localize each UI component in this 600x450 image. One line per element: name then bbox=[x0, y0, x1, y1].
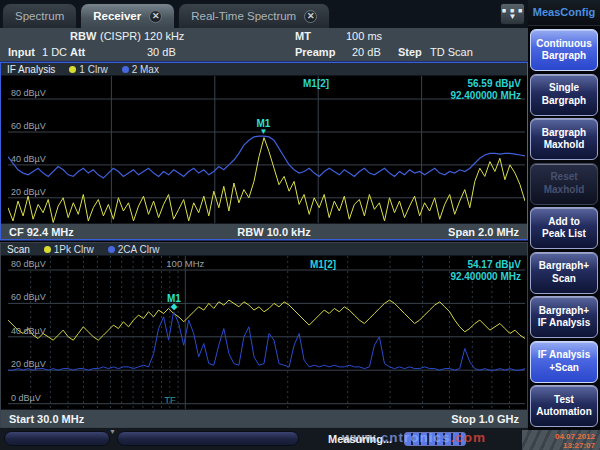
if-analysis-legend: 1 Clrw2 Max bbox=[69, 64, 159, 75]
step-label: Step bbox=[398, 46, 422, 58]
y-axis-tick-label: 40 dBµV bbox=[11, 326, 46, 336]
scan-title: Scan bbox=[7, 244, 30, 255]
marker-glyph-icon: ◆ bbox=[167, 304, 181, 310]
preamp-value[interactable]: 20 dB bbox=[352, 46, 381, 58]
softkey-bargraph-if-analysis[interactable]: Bargraph+IF Analysis bbox=[530, 296, 598, 338]
legend-label: 1Pk Clrw bbox=[54, 244, 94, 255]
start-frequency[interactable]: Start 30.0 MHz bbox=[9, 413, 139, 425]
status-segment-left[interactable] bbox=[4, 431, 110, 446]
input-value[interactable]: 1 DC bbox=[42, 46, 67, 58]
softkey-label: Single bbox=[549, 82, 579, 95]
softkey-test-automation[interactable]: TestAutomation bbox=[530, 385, 598, 427]
legend-item[interactable]: 2 Max bbox=[122, 64, 159, 75]
rbw-label: RBW bbox=[70, 30, 96, 42]
scan-window: Scan 1Pk Clrw2CA Clrw M1[2] 54.17 dBµV 9… bbox=[0, 242, 528, 428]
legend-item[interactable]: 1Pk Clrw bbox=[44, 244, 94, 255]
progress-bar bbox=[404, 432, 466, 446]
tab-spectrum[interactable]: Spectrum bbox=[2, 3, 77, 28]
if-analysis-plot[interactable]: M1[2] 56.59 dBµV 92.400000 MHz 80 dBµV60… bbox=[8, 76, 525, 225]
scan-plot[interactable]: M1[2] 54.17 dBµV 92.400000 MHz 80 dBµV60… bbox=[8, 256, 525, 410]
date-text: 04.07.2012 bbox=[522, 432, 595, 441]
if-analysis-window: IF Analysis 1 Clrw2 Max M1[2] 56.59 dBµV… bbox=[0, 62, 528, 240]
legend-label: 2CA Clrw bbox=[118, 244, 160, 255]
tab-label: Receiver bbox=[93, 10, 141, 22]
if-analysis-header: IF Analysis 1 Clrw2 Max bbox=[1, 63, 527, 76]
softkey-bargraph-scan[interactable]: Bargraph+Scan bbox=[530, 252, 598, 294]
marker-readout-level: 56.59 dBµV bbox=[467, 78, 521, 89]
status-segment-mid[interactable] bbox=[117, 431, 299, 446]
marker-readout-freq: 92.400000 MHz bbox=[450, 90, 521, 101]
close-icon[interactable]: ✕ bbox=[149, 10, 162, 23]
softkey-add-to-peak-list[interactable]: Add toPeak List bbox=[530, 207, 598, 249]
mt-value[interactable]: 100 ms bbox=[346, 30, 382, 42]
softkey-label: Maxhold bbox=[544, 184, 585, 197]
input-label: Input bbox=[8, 46, 35, 58]
y-axis-tick-label: 60 dBµV bbox=[11, 121, 46, 131]
softkey-label: IF Analysis bbox=[538, 317, 590, 330]
y-axis-tick-label: 20 dBµV bbox=[11, 187, 46, 197]
legend-label: 2 Max bbox=[132, 64, 159, 75]
y-axis-tick-label: 20 dBµV bbox=[11, 359, 46, 369]
legend-item[interactable]: 2CA Clrw bbox=[108, 244, 160, 255]
y-axis-tick-label: 0 dBµV bbox=[11, 393, 41, 403]
tab-receiver[interactable]: Receiver✕ bbox=[80, 3, 175, 28]
plot-annotation: TF bbox=[164, 394, 176, 405]
softkey-label: Automation bbox=[536, 406, 592, 419]
marker-readout-level: 54.17 dBµV bbox=[467, 259, 521, 270]
softkey-label: Continuous bbox=[536, 38, 592, 51]
trace-color-dot-icon bbox=[69, 66, 76, 73]
softkey-buttons: ContinuousBargraphSingleBargraphBargraph… bbox=[528, 26, 600, 430]
softkey-label: Scan bbox=[552, 273, 576, 286]
app-screen: SpectrumReceiver✕Real-Time Spectrum✕ ■ ■… bbox=[0, 0, 600, 450]
tabs-container: SpectrumReceiver✕Real-Time Spectrum✕ bbox=[2, 3, 333, 28]
tab-label: Spectrum bbox=[15, 10, 64, 22]
legend-label: 1 Clrw bbox=[79, 64, 107, 75]
softkey-label: Reset bbox=[550, 171, 577, 184]
legend-item[interactable]: 1 Clrw bbox=[69, 64, 107, 75]
status-divider-arrow: ▼ bbox=[109, 428, 116, 435]
att-label: Att bbox=[70, 46, 85, 58]
softkey-label: Bargraph bbox=[542, 50, 586, 63]
softkey-label: +Scan bbox=[549, 362, 579, 375]
step-value[interactable]: TD Scan bbox=[430, 46, 473, 58]
y-axis-tick-label: 80 dBµV bbox=[11, 88, 46, 98]
sidebar-title: MeasConfig bbox=[528, 0, 600, 26]
marker-glyph-icon: ▼ bbox=[256, 129, 270, 135]
rbw-value[interactable]: (CISPR) 120 kHz bbox=[100, 30, 184, 42]
softkey-single-bargraph[interactable]: SingleBargraph bbox=[530, 74, 598, 116]
softkey-sidebar: MeasConfig ContinuousBargraphSingleBargr… bbox=[528, 0, 600, 450]
y-axis-tick-label: 60 dBµV bbox=[11, 292, 46, 302]
scan-header: Scan 1Pk Clrw2CA Clrw bbox=[1, 243, 527, 256]
preamp-label: Preamp bbox=[295, 46, 335, 58]
if-analysis-title: IF Analysis bbox=[7, 64, 55, 75]
more-tabs-button[interactable]: ■ ■ ■ ▼ bbox=[500, 3, 525, 25]
softkey-label: IF Analysis bbox=[538, 349, 590, 362]
softkey-label: Bargraph+ bbox=[539, 260, 589, 273]
softkey-if-analysis-scan[interactable]: IF Analysis+Scan bbox=[530, 341, 598, 383]
softkey-label: Peak List bbox=[542, 228, 586, 241]
center-frequency[interactable]: CF 92.4 MHz bbox=[9, 226, 139, 238]
rbw-readout[interactable]: RBW 10.0 kHz bbox=[139, 226, 409, 238]
status-bar: ▼ Measuring... bbox=[0, 428, 528, 450]
softkey-label: Test bbox=[554, 394, 574, 407]
stop-frequency[interactable]: Stop 1.0 GHz bbox=[409, 413, 519, 425]
marker-readout-freq: 92.400000 MHz bbox=[450, 271, 521, 282]
trace-color-dot-icon bbox=[122, 66, 129, 73]
settings-header: RBW (CISPR) 120 kHz MT 100 ms Input 1 DC… bbox=[0, 28, 528, 62]
span-readout[interactable]: Span 2.0 MHz bbox=[409, 226, 519, 238]
scan-footer: Start 30.0 MHz Stop 1.0 GHz bbox=[1, 409, 527, 427]
marker-readout-name: M1[2] bbox=[303, 78, 329, 89]
plot-annotation: 100 MHz bbox=[166, 258, 204, 269]
datetime-display: 04.07.2012 13:27:07 bbox=[522, 430, 600, 450]
softkey-continuous-bargraph[interactable]: ContinuousBargraph bbox=[530, 29, 598, 71]
softkey-bargraph-maxhold[interactable]: BargraphMaxhold bbox=[530, 118, 598, 160]
softkey-reset-maxhold: ResetMaxhold bbox=[530, 163, 598, 205]
tab-real-time-spectrum[interactable]: Real-Time Spectrum✕ bbox=[178, 3, 330, 28]
if-analysis-chart bbox=[8, 76, 525, 225]
marker-m1[interactable]: M1▼ bbox=[256, 118, 270, 135]
marker-m1[interactable]: M1◆ bbox=[167, 293, 181, 310]
close-icon[interactable]: ✕ bbox=[304, 10, 317, 23]
att-value[interactable]: 30 dB bbox=[147, 46, 176, 58]
softkey-label: Bargraph bbox=[542, 127, 586, 140]
tab-label: Real-Time Spectrum bbox=[191, 10, 296, 22]
